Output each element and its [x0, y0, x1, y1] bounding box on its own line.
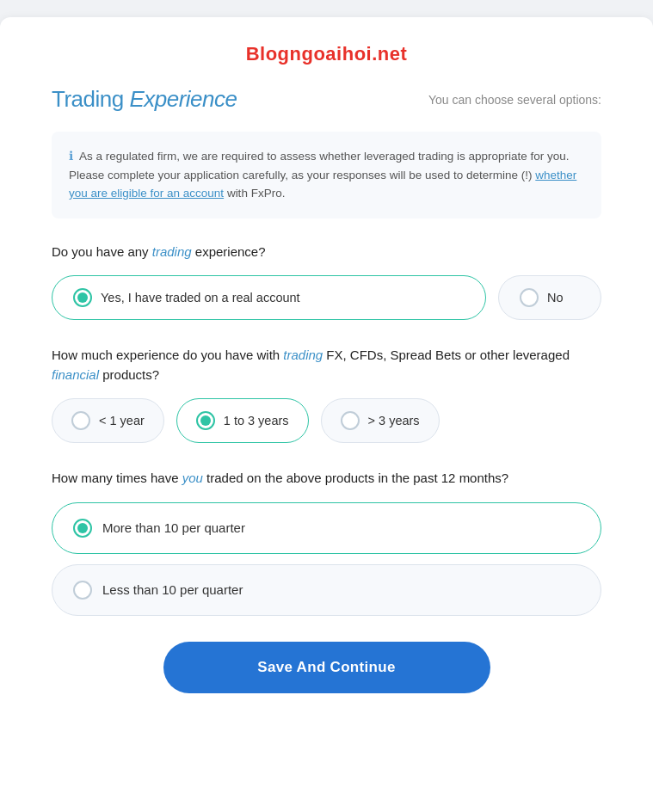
radio-no [520, 288, 539, 307]
option-1to3years-label: 1 to 3 years [224, 414, 289, 428]
option-1to3years[interactable]: 1 to 3 years [176, 398, 309, 443]
main-card: Blogngoaihoi.net Trading Experience You … [0, 17, 653, 812]
question1-section: Do you have any trading experience? Yes,… [52, 243, 601, 321]
radio-yes [73, 288, 92, 307]
radio-1to3years [196, 411, 215, 430]
option-less1year-label: < 1 year [99, 414, 145, 428]
option-yes[interactable]: Yes, I have traded on a real account [52, 275, 486, 320]
option-more10[interactable]: More than 10 per quarter [52, 502, 601, 554]
info-text-before: As a regulated firm, we are required to … [69, 150, 570, 181]
option-less10[interactable]: Less than 10 per quarter [52, 564, 601, 616]
option-more3years-label: > 3 years [368, 414, 420, 428]
info-text-after: with FxPro. [224, 187, 285, 200]
page-title-part2: Experience [129, 86, 237, 112]
header-row: Trading Experience You can choose severa… [52, 86, 601, 113]
info-box: ℹ As a regulated firm, we are required t… [52, 132, 601, 218]
option-less10-label: Less than 10 per quarter [102, 582, 243, 597]
radio-more3years [341, 411, 360, 430]
question2-options: < 1 year 1 to 3 years > 3 years [52, 398, 601, 443]
option-more10-label: More than 10 per quarter [102, 520, 245, 535]
question1-label: Do you have any trading experience? [52, 243, 601, 262]
info-icon: ℹ [69, 150, 73, 163]
option-less1year[interactable]: < 1 year [52, 398, 164, 443]
radio-more10 [73, 519, 92, 538]
question1-options: Yes, I have traded on a real account No [52, 275, 601, 320]
question2-section: How much experience do you have with tra… [52, 346, 601, 443]
choose-hint: You can choose several options: [428, 93, 601, 107]
question2-label: How much experience do you have with tra… [52, 346, 601, 384]
option-yes-label: Yes, I have traded on a real account [101, 291, 300, 304]
question3-options: More than 10 per quarter Less than 10 pe… [52, 502, 601, 616]
question3-section: How many times have you traded on the ab… [52, 469, 601, 616]
radio-less1year [71, 411, 90, 430]
watermark: Blogngoaihoi.net [52, 43, 601, 65]
radio-less10 [73, 581, 92, 600]
save-and-continue-button[interactable]: Save And Continue [163, 642, 490, 693]
page-title: Trading Experience [52, 86, 237, 113]
page-title-part1: Trading [52, 86, 129, 112]
option-no-label: No [547, 291, 564, 304]
option-more3years[interactable]: > 3 years [321, 398, 440, 443]
question3-label: How many times have you traded on the ab… [52, 469, 601, 489]
option-no[interactable]: No [498, 275, 601, 320]
